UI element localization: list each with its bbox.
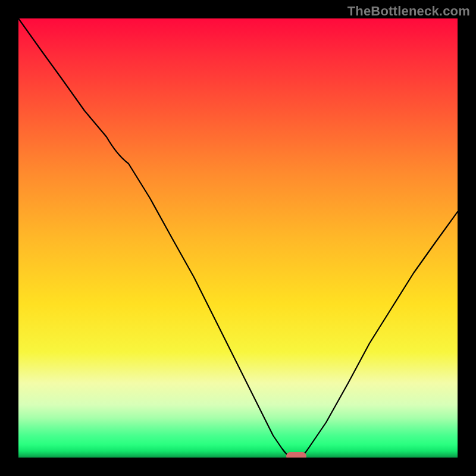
watermark-text: TheBottleneck.com — [347, 4, 470, 19]
bottleneck-curve-line — [18, 18, 458, 458]
optimal-marker — [286, 452, 306, 458]
bottleneck-curve-svg — [18, 18, 458, 458]
chart-frame: TheBottleneck.com — [0, 0, 476, 476]
plot-area — [18, 18, 458, 458]
